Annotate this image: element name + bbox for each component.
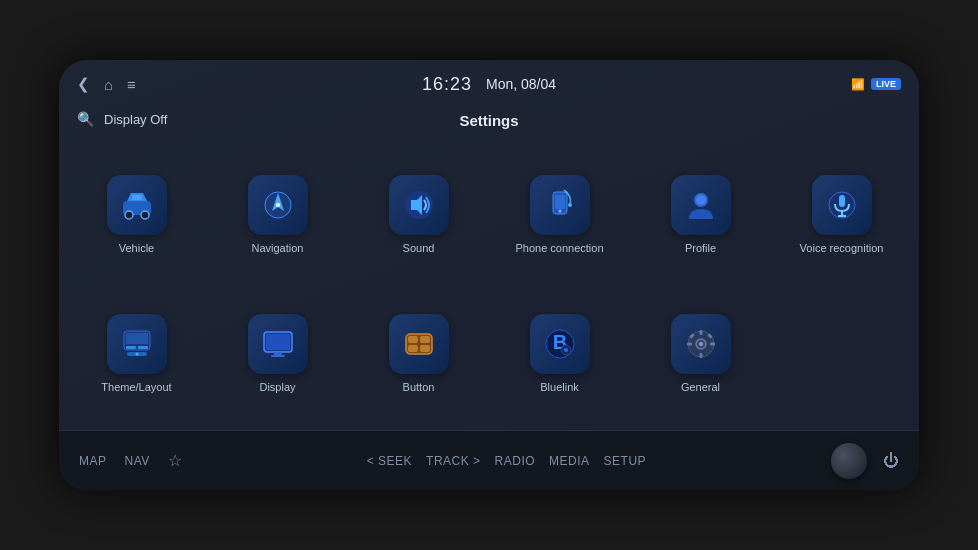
svg-point-2 — [141, 211, 149, 219]
voice-recognition-label: Voice recognition — [800, 241, 884, 255]
display-icon-bg — [248, 314, 308, 374]
settings-item-phone[interactable]: Phone connection — [492, 148, 627, 281]
navigation-icon-bg — [248, 175, 308, 235]
vehicle-label: Vehicle — [119, 241, 154, 255]
phone-connection-label: Phone connection — [515, 241, 603, 255]
signal-icon: 📶 — [851, 78, 865, 91]
nav-button[interactable]: NAV — [125, 454, 150, 468]
live-badge: LIVE — [871, 78, 901, 90]
settings-item-sound[interactable]: Sound — [351, 148, 486, 281]
button-icon-bg — [389, 314, 449, 374]
svg-rect-21 — [126, 346, 136, 349]
general-icon — [683, 326, 719, 362]
sound-icon-bg — [389, 175, 449, 235]
bluelink-label: Bluelink — [540, 380, 579, 394]
screen-content: ❮ ⌂ ≡ 16:23 Mon, 08/04 📶 LIVE Settings 🔍… — [59, 60, 919, 490]
phone-connection-icon — [542, 187, 578, 223]
display-label: Display — [259, 380, 295, 394]
svg-rect-43 — [687, 343, 692, 346]
top-bar: ❮ ⌂ ≡ 16:23 Mon, 08/04 📶 LIVE — [59, 60, 919, 104]
settings-grid: Vehicle Navigation — [59, 140, 919, 430]
settings-item-navigation[interactable]: Navigation — [210, 148, 345, 281]
sound-label: Sound — [403, 241, 435, 255]
empty-cell — [774, 287, 909, 420]
radio-button[interactable]: RADIO — [495, 454, 536, 468]
settings-item-profile[interactable]: Profile — [633, 148, 768, 281]
settings-item-voice[interactable]: Voice recognition — [774, 148, 909, 281]
seek-left-button[interactable]: < SEEK — [367, 454, 412, 468]
clock: 16:23 — [422, 74, 472, 95]
svg-rect-26 — [266, 334, 290, 350]
svg-rect-22 — [138, 346, 148, 349]
svg-point-14 — [696, 195, 706, 205]
voice-recognition-icon — [824, 187, 860, 223]
menu-button[interactable]: ≡ — [127, 76, 136, 93]
sound-icon — [401, 187, 437, 223]
voice-icon-bg — [812, 175, 872, 235]
svg-rect-27 — [274, 352, 282, 355]
vehicle-icon — [119, 187, 155, 223]
page-title: Settings — [459, 112, 518, 129]
media-button[interactable]: MEDIA — [549, 454, 590, 468]
power-button[interactable]: ⏻ — [883, 452, 899, 470]
svg-rect-32 — [408, 345, 418, 352]
bottom-center-controls: < SEEK TRACK > RADIO MEDIA SETUP — [367, 454, 646, 468]
general-icon-bg — [671, 314, 731, 374]
search-icon[interactable]: 🔍 — [77, 111, 94, 127]
vehicle-icon-bg — [107, 175, 167, 235]
display-off-label[interactable]: Display Off — [104, 112, 167, 127]
svg-rect-16 — [839, 195, 845, 207]
svg-rect-10 — [555, 195, 565, 209]
navigation-label: Navigation — [252, 241, 304, 255]
top-right-indicators: 📶 LIVE — [851, 78, 901, 91]
svg-rect-41 — [699, 330, 702, 335]
volume-knob[interactable] — [831, 443, 867, 479]
svg-rect-30 — [408, 336, 418, 343]
svg-point-24 — [135, 353, 138, 356]
bottom-left-controls: MAP NAV ☆ — [79, 451, 182, 470]
svg-rect-33 — [420, 345, 430, 352]
setup-button[interactable]: SETUP — [604, 454, 647, 468]
svg-point-37 — [564, 348, 568, 352]
bluelink-icon-bg: B — [530, 314, 590, 374]
favorite-button[interactable]: ☆ — [168, 451, 182, 470]
svg-point-1 — [125, 211, 133, 219]
button-label: Button — [403, 380, 435, 394]
bottom-controls: MAP NAV ☆ < SEEK TRACK > RADIO MEDIA SET… — [59, 430, 919, 490]
date-display: Mon, 08/04 — [486, 76, 556, 92]
settings-item-general[interactable]: General — [633, 287, 768, 420]
settings-item-theme[interactable]: Theme/Layout — [69, 287, 204, 420]
svg-point-40 — [699, 342, 703, 346]
infotainment-screen: ❮ ⌂ ≡ 16:23 Mon, 08/04 📶 LIVE Settings 🔍… — [59, 60, 919, 490]
home-button[interactable]: ⌂ — [104, 76, 113, 93]
map-button[interactable]: MAP — [79, 454, 107, 468]
theme-layout-icon — [119, 326, 155, 362]
svg-point-12 — [568, 203, 572, 207]
svg-rect-3 — [132, 195, 142, 200]
back-button[interactable]: ❮ — [77, 75, 90, 93]
profile-icon-bg — [671, 175, 731, 235]
svg-rect-44 — [710, 343, 715, 346]
nav-icons: ❮ ⌂ ≡ — [77, 75, 136, 93]
settings-item-button[interactable]: Button — [351, 287, 486, 420]
svg-point-6 — [276, 203, 280, 207]
settings-item-display[interactable]: Display — [210, 287, 345, 420]
navigation-icon — [260, 187, 296, 223]
theme-icon-bg — [107, 314, 167, 374]
svg-rect-28 — [271, 355, 285, 357]
bluelink-icon: B — [542, 326, 578, 362]
settings-item-bluelink[interactable]: B Bluelink — [492, 287, 627, 420]
svg-rect-20 — [126, 333, 148, 344]
bottom-right-controls: ⏻ — [831, 443, 899, 479]
theme-label: Theme/Layout — [101, 380, 171, 394]
profile-label: Profile — [685, 241, 716, 255]
profile-icon — [683, 187, 719, 223]
button-icon — [401, 326, 437, 362]
center-info: 16:23 Mon, 08/04 — [422, 74, 556, 95]
svg-point-11 — [558, 210, 561, 213]
phone-icon-bg — [530, 175, 590, 235]
track-right-button[interactable]: TRACK > — [426, 454, 481, 468]
svg-rect-31 — [420, 336, 430, 343]
svg-rect-42 — [699, 353, 702, 358]
settings-item-vehicle[interactable]: Vehicle — [69, 148, 204, 281]
